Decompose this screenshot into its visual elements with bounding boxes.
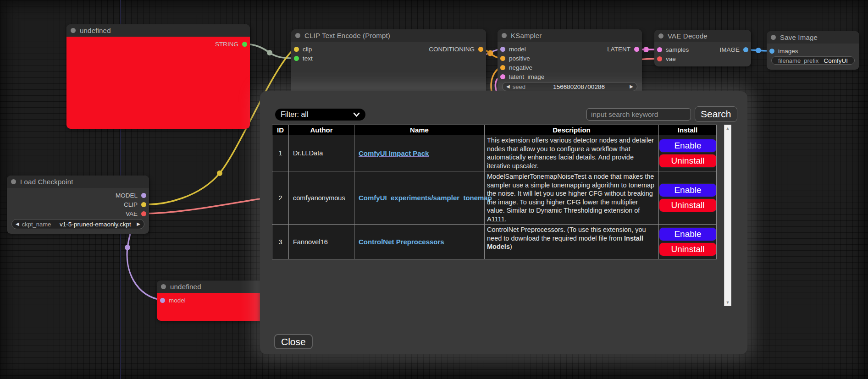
node-vae-decode[interactable]: VAE Decode samples IMAGE vae: [654, 30, 751, 66]
model-input-port[interactable]: [500, 47, 505, 52]
node-collapse-dot[interactable]: [502, 33, 507, 38]
node-body: MODEL CLIP VAE ◀ ckpt_name v1-5-pruned-e…: [7, 188, 149, 234]
filter-select[interactable]: Filter: all: [275, 109, 365, 121]
node-collapse-dot[interactable]: [771, 35, 776, 40]
input-label: model: [509, 46, 526, 53]
reroute-dot[interactable]: [487, 50, 493, 56]
node-title-bar: Load Checkpoint: [7, 176, 149, 188]
clip-output-port[interactable]: [141, 202, 146, 207]
input-label: samples: [666, 46, 689, 53]
table-scrollbar[interactable]: ▲ ▼: [724, 125, 731, 306]
node-body-error: model: [157, 293, 266, 321]
positive-input-port[interactable]: [500, 56, 505, 61]
node-body: model LATENT positive negative latent_im…: [498, 42, 642, 98]
enable-button[interactable]: Enable: [659, 139, 717, 153]
extension-link[interactable]: ComfyUI Impact Pack: [359, 149, 429, 157]
node-ksampler[interactable]: KSampler model LATENT positive negative: [498, 29, 642, 98]
reroute-dot[interactable]: [217, 170, 222, 176]
chevron-down-icon: [353, 112, 360, 117]
reroute-dot[interactable]: [643, 47, 649, 52]
node-title-bar: undefined: [157, 280, 266, 293]
cell-author: comfyanonymous: [289, 171, 354, 225]
input-label: text: [303, 55, 313, 62]
extension-link[interactable]: ComfyUI_experiments/sampler_tonemap: [359, 194, 492, 202]
input-label: positive: [509, 55, 530, 62]
text-input-port[interactable]: [294, 56, 299, 61]
images-input-port[interactable]: [769, 49, 774, 54]
samples-input-port[interactable]: [657, 47, 662, 52]
latent-output-port[interactable]: [634, 47, 639, 52]
node-load-checkpoint[interactable]: Load Checkpoint MODEL CLIP VAE ◀ ckpt_na…: [7, 176, 149, 234]
latent-image-input-port[interactable]: [500, 74, 505, 79]
image-output-port[interactable]: [743, 47, 748, 52]
output-label: LATENT: [607, 46, 630, 53]
node-undefined-bottom[interactable]: undefined model: [157, 280, 266, 321]
cell-description: ControlNet Preprocessors. (To use this e…: [485, 225, 659, 259]
uninstall-button[interactable]: Uninstall: [659, 154, 717, 168]
scroll-down-icon[interactable]: ▼: [726, 299, 730, 306]
conditioning-output-port[interactable]: [478, 47, 483, 52]
node-collapse-dot[interactable]: [295, 33, 300, 38]
enable-button[interactable]: Enable: [659, 183, 717, 197]
node-title: VAE Decode: [668, 32, 708, 40]
filename-prefix-widget[interactable]: filename_prefix ComfyUI: [771, 56, 855, 65]
search-input[interactable]: [586, 108, 691, 121]
node-body: images filename_prefix ComfyUI: [767, 44, 859, 70]
col-header-install: Install: [659, 125, 717, 135]
output-label: MODEL: [116, 192, 138, 199]
extension-link[interactable]: ControlNet Preprocessors: [359, 238, 444, 246]
close-button[interactable]: Close: [274, 334, 313, 349]
node-collapse-dot[interactable]: [658, 33, 663, 38]
output-label: STRING: [215, 41, 238, 48]
cell-id: 2: [272, 171, 289, 225]
extension-table: ID Author Name Description Install 1 Dr.…: [272, 125, 717, 259]
node-undefined-top[interactable]: undefined STRING: [66, 24, 250, 129]
output-label: CLIP: [124, 201, 138, 208]
ckpt-name-widget[interactable]: ◀ ckpt_name v1-5-pruned-emaonly.ckpt ▶: [11, 219, 144, 229]
widget-value: ComfyUI: [821, 57, 851, 64]
uninstall-button[interactable]: Uninstall: [659, 242, 717, 256]
widget-value: v1-5-pruned-emaonly.ckpt: [54, 221, 137, 228]
node-title: Save Image: [780, 33, 818, 41]
seed-widget[interactable]: ◀ seed 156680208700286 ▶: [502, 82, 637, 91]
manager-dialog: Filter: all Search ID Author Name Descri…: [260, 91, 747, 354]
widget-label: filename_prefix: [778, 57, 818, 64]
extension-table-container: ID Author Name Description Install 1 Dr.…: [272, 125, 731, 306]
node-collapse-dot[interactable]: [161, 284, 166, 289]
reroute-dot[interactable]: [267, 50, 272, 55]
input-label: clip: [303, 46, 312, 53]
node-title-bar: KSampler: [498, 29, 642, 42]
increment-arrow-icon[interactable]: ▶: [630, 84, 633, 89]
vae-output-port[interactable]: [141, 211, 146, 216]
model-output-port[interactable]: [141, 193, 146, 198]
node-body: samples IMAGE vae: [654, 42, 751, 66]
decrement-arrow-icon[interactable]: ◀: [506, 84, 510, 89]
string-output-port[interactable]: [242, 42, 247, 47]
model-input-port[interactable]: [160, 298, 165, 303]
uninstall-button[interactable]: Uninstall: [659, 198, 717, 212]
clip-input-port[interactable]: [294, 47, 299, 52]
col-header-description: Description: [485, 125, 659, 135]
negative-input-port[interactable]: [500, 65, 505, 70]
output-label: CONDITIONING: [429, 46, 475, 53]
reroute-dot[interactable]: [756, 48, 761, 53]
next-arrow-icon[interactable]: ▶: [137, 222, 140, 226]
enable-button[interactable]: Enable: [659, 227, 717, 241]
cell-author: Fannovel16: [289, 225, 354, 259]
node-save-image[interactable]: Save Image images filename_prefix ComfyU…: [767, 31, 859, 70]
node-collapse-dot[interactable]: [11, 179, 16, 184]
search-button[interactable]: Search: [695, 106, 737, 122]
input-label: latent_image: [509, 73, 544, 80]
input-label: images: [778, 48, 798, 55]
table-row: 2 comfyanonymous ComfyUI_experiments/sam…: [272, 171, 717, 225]
vae-input-port[interactable]: [657, 56, 662, 61]
table-row: 3 Fannovel16 ControlNet Preprocessors Co…: [272, 225, 717, 259]
input-label: negative: [509, 64, 532, 71]
cell-description: ModelSamplerTonemapNoiseTest a node that…: [485, 171, 659, 225]
node-collapse-dot[interactable]: [71, 28, 76, 33]
previous-arrow-icon[interactable]: ◀: [16, 222, 19, 226]
scroll-up-icon[interactable]: ▲: [726, 125, 730, 132]
output-label: VAE: [126, 210, 138, 217]
reroute-dot[interactable]: [125, 245, 130, 250]
input-label: vae: [666, 55, 676, 62]
